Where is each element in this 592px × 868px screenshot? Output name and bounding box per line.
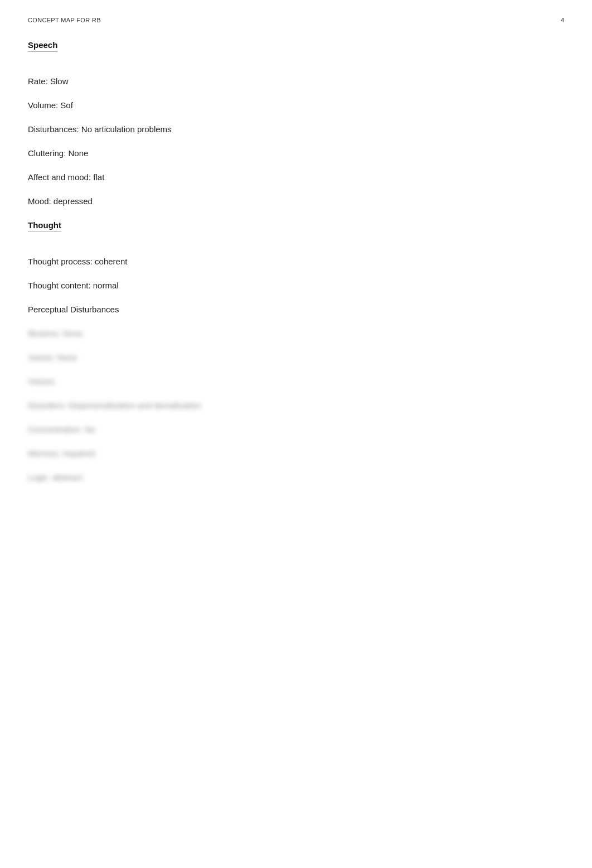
blurred-field-4: Disorders: Depersonalization and dereali… (28, 399, 564, 411)
blurred-field-6: Memory: impaired (28, 447, 564, 459)
blurred-text-2: Voices: None (28, 353, 77, 362)
thought-section-heading: Thought (28, 219, 564, 243)
blurred-text-5: Concentration: No (28, 425, 95, 434)
blurred-field-2: Voices: None (28, 351, 564, 363)
thought-content-field: Thought content: normal (28, 279, 564, 291)
blurred-field-1: Illusions: None (28, 327, 564, 339)
rate-field: Rate: Slow (28, 75, 564, 87)
speech-section-heading: Speech (28, 39, 564, 63)
page-header: CONCEPT MAP FOR RB 4 (28, 17, 564, 23)
cluttering-field: Cluttering: None (28, 147, 564, 159)
affect-field: Affect and mood: flat (28, 171, 564, 183)
mood-field: Mood: depressed (28, 195, 564, 207)
perceptual-heading: Perceptual Disturbances (28, 303, 564, 315)
main-content: Speech Rate: Slow Volume: Sof Disturbanc… (28, 39, 564, 483)
blurred-text-6: Memory: impaired (28, 449, 95, 458)
blurred-text-7: Logic: abstract (28, 472, 83, 482)
blurred-field-3: Visions (28, 375, 564, 387)
header-title: CONCEPT MAP FOR RB (28, 17, 101, 23)
blurred-text-1: Illusions: None (28, 329, 83, 338)
speech-heading: Speech (28, 39, 57, 52)
volume-field: Volume: Sof (28, 99, 564, 111)
page-number: 4 (561, 17, 564, 23)
disturbances-field: Disturbances: No articulation problems (28, 123, 564, 135)
blurred-text-3: Visions (28, 377, 55, 386)
blurred-text-4: Disorders: Depersonalization and dereali… (28, 401, 201, 410)
perceptual-heading-text: Perceptual Disturbances (28, 305, 119, 314)
thought-heading: Thought (28, 219, 61, 232)
thought-process-field: Thought process: coherent (28, 255, 564, 267)
blurred-field-5: Concentration: No (28, 423, 564, 435)
blurred-field-7: Logic: abstract (28, 471, 564, 483)
